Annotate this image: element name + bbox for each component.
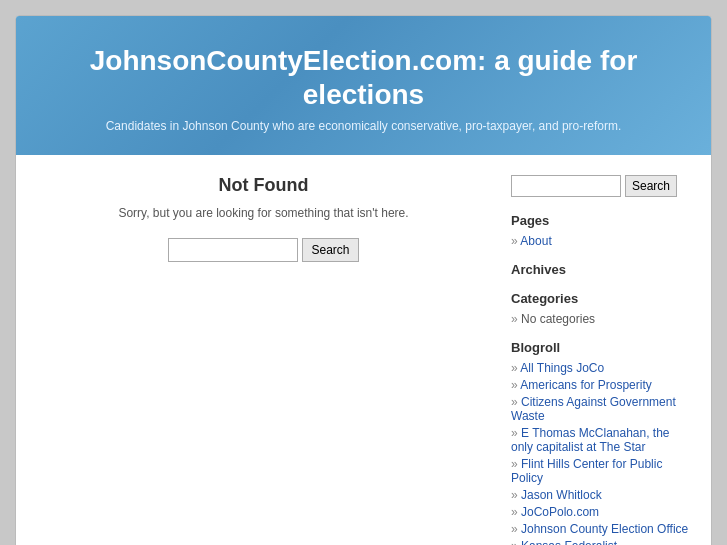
sidebar-blogroll-title: Blogroll xyxy=(511,340,691,355)
sidebar-search-form: Search xyxy=(511,175,691,197)
site-title: JohnsonCountyElection.com: a guide for e… xyxy=(46,44,681,111)
sidebar-blogroll-item[interactable]: Jason Whitlock xyxy=(511,488,691,502)
sidebar-blogroll-item[interactable]: Citizens Against Government Waste xyxy=(511,395,691,423)
sidebar-blogroll-section: Blogroll All Things JoCo Americans for P… xyxy=(511,340,691,545)
page-wrapper: JohnsonCountyElection.com: a guide for e… xyxy=(0,0,727,545)
sidebar-blogroll-item[interactable]: All Things JoCo xyxy=(511,361,691,375)
sidebar-blogroll-item[interactable]: Flint Hills Center for Public Policy xyxy=(511,457,691,485)
sidebar-pages-section: Pages About xyxy=(511,213,691,248)
not-found-text: Sorry, but you are looking for something… xyxy=(36,206,491,220)
sidebar-blogroll-item[interactable]: JoCoPolo.com xyxy=(511,505,691,519)
sidebar-blogroll-item[interactable]: Americans for Prosperity xyxy=(511,378,691,392)
main-search-form: Search xyxy=(36,238,491,262)
sidebar-categories-title: Categories xyxy=(511,291,691,306)
sidebar-blogroll-item[interactable]: E Thomas McClanahan, the only capitalist… xyxy=(511,426,691,454)
main-search-button[interactable]: Search xyxy=(302,238,358,262)
sidebar-blogroll-item[interactable]: Kansas Federalist xyxy=(511,539,691,545)
sidebar-link-about[interactable]: About xyxy=(511,234,691,248)
site-header: JohnsonCountyElection.com: a guide for e… xyxy=(16,16,711,155)
sidebar-categories-section: Categories No categories xyxy=(511,291,691,326)
sidebar-blogroll-item[interactable]: Johnson County Election Office xyxy=(511,522,691,536)
sidebar-archives-section: Archives xyxy=(511,262,691,277)
main-search-input[interactable] xyxy=(168,238,298,262)
sidebar-pages-title: Pages xyxy=(511,213,691,228)
site-container: JohnsonCountyElection.com: a guide for e… xyxy=(15,15,712,545)
not-found-title: Not Found xyxy=(36,175,491,196)
sidebar: Search Pages About Archives Categories N… xyxy=(511,175,691,545)
sidebar-no-categories: No categories xyxy=(511,312,595,326)
main-content: Not Found Sorry, but you are looking for… xyxy=(36,175,491,545)
content-area: Not Found Sorry, but you are looking for… xyxy=(16,155,711,545)
sidebar-search-input[interactable] xyxy=(511,175,621,197)
site-description: Candidates in Johnson County who are eco… xyxy=(46,119,681,133)
sidebar-archives-title: Archives xyxy=(511,262,691,277)
sidebar-search-button[interactable]: Search xyxy=(625,175,677,197)
